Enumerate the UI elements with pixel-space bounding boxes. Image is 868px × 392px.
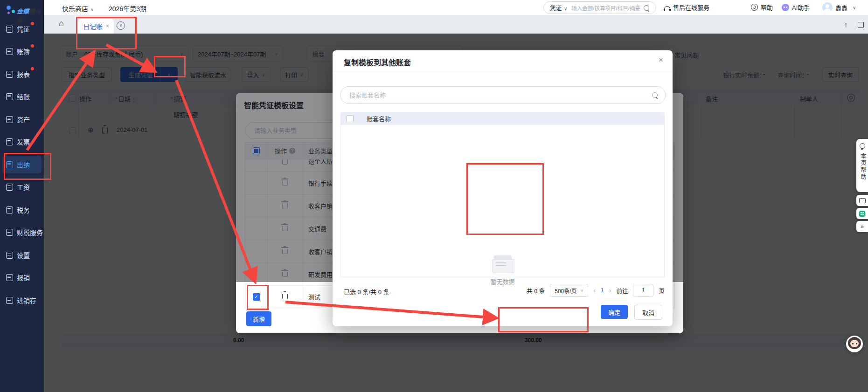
logo-dot — [7, 6, 11, 10]
assistant-avatar[interactable] — [846, 336, 863, 352]
book-search-input[interactable] — [348, 91, 665, 99]
chat-icon — [859, 198, 866, 203]
search-icon — [652, 92, 658, 98]
page-help-label[interactable]: 本页帮助 — [859, 153, 867, 181]
avatar — [822, 2, 833, 13]
search-scope-select[interactable]: 凭证∨ — [550, 3, 567, 12]
cashier-icon — [6, 161, 13, 168]
sidebar-item-ledger[interactable]: 账簿 — [0, 42, 44, 60]
scroll-top-icon[interactable]: ↑ — [844, 21, 848, 28]
company-switcher[interactable]: 快乐商店∨ — [62, 4, 94, 13]
tax-icon — [6, 206, 13, 213]
home-icon[interactable]: ⌂ — [59, 19, 64, 28]
headset-icon — [664, 6, 670, 10]
sidebar-item-report[interactable]: 报表 — [0, 65, 44, 83]
selected-count: 已选 0 条/共 0 条 — [344, 287, 389, 296]
logo-dot — [12, 10, 15, 13]
brand-name: 金蝶 — [17, 8, 29, 15]
sidebar-item-finance-tax-service[interactable]: 财税服务 — [0, 223, 44, 241]
reimburse-icon — [6, 274, 13, 281]
tab-bar: ⌂ 日记账 × ∨ ↑ — [44, 15, 868, 34]
modal-header: 复制模板到其他账套 × — [333, 50, 673, 71]
modal-title: 复制模板到其他账套 — [344, 56, 411, 68]
chevron-down-icon: ∨ — [853, 5, 856, 10]
tab-label: 日记账 — [83, 21, 103, 31]
goto-label: 前往 — [616, 286, 628, 295]
payroll-icon — [6, 184, 13, 191]
select-all-checkbox[interactable] — [347, 115, 354, 122]
ledger-icon — [6, 48, 13, 55]
confirm-button[interactable]: 确定 — [601, 305, 628, 319]
add-template-button[interactable]: 新增 — [246, 311, 271, 326]
fiscal-period: 2026年第3期 — [109, 4, 146, 13]
col-account-name: 账套名称 — [367, 114, 391, 123]
sidebar: 金蝶精斗云 凭证 账簿 报表 结账 资产 发票 出纳 工资 税务 财税服务 设置… — [0, 0, 44, 392]
sidebar-item-inventory[interactable]: 进销存 — [0, 291, 44, 309]
user-menu[interactable]: 鑫鑫∨ — [822, 2, 856, 13]
sidebar-item-settings[interactable]: 设置 — [0, 246, 44, 264]
cancel-button[interactable]: 取消 — [634, 305, 662, 320]
inventory-icon — [6, 297, 13, 304]
tab-journal[interactable]: 日记账 × — [78, 19, 114, 34]
row-checkbox[interactable]: ✓ — [253, 293, 260, 301]
copy-to-books-modal: 复制模板到其他账套 × 账套名称 暂无数据 已选 0 条/共 0 条 共 0 条… — [333, 50, 673, 326]
settings-gear-icon — [6, 252, 13, 259]
chevron-down-icon: ∨ — [581, 288, 584, 293]
books-table-body: 暂无数据 — [340, 125, 665, 277]
book-search-box[interactable] — [340, 86, 666, 104]
close-icon[interactable]: × — [106, 23, 109, 29]
chevron-down-icon: ∨ — [90, 7, 94, 12]
closing-icon — [6, 93, 13, 100]
empty-state-icon — [492, 255, 514, 273]
sidebar-item-payroll[interactable]: 工资 — [0, 178, 44, 196]
fullscreen-icon[interactable] — [858, 22, 864, 28]
sidebar-item-invoice[interactable]: 发票 — [0, 133, 44, 151]
total-count: 共 0 条 — [527, 286, 545, 295]
notification-dot — [31, 44, 34, 48]
sidebar-item-closing[interactable]: 结账 — [0, 88, 44, 105]
tab-list-dropdown-icon[interactable]: ∨ — [117, 21, 125, 30]
page-unit: 页 — [659, 286, 665, 295]
calculator-button[interactable] — [856, 208, 868, 219]
online-service-button[interactable]: 售后在线服务 — [664, 3, 709, 12]
next-page-icon[interactable]: › — [609, 287, 611, 294]
goto-page-input[interactable] — [633, 284, 653, 297]
chevron-down-icon: ∨ — [564, 6, 567, 11]
page-size-select[interactable]: 500条/页∨ — [550, 284, 588, 297]
delete-icon[interactable] — [282, 294, 288, 299]
sidebar-item-cashier[interactable]: 出纳 — [0, 156, 44, 173]
help-rail[interactable]: 本页帮助 — [856, 139, 868, 192]
close-icon[interactable]: × — [659, 55, 663, 65]
ai-assistant-button[interactable]: AI助手 — [782, 3, 810, 12]
invoice-icon — [6, 138, 13, 145]
global-search[interactable]: 凭证∨ 输入金额/核算项目/科目/摘要 — [543, 1, 656, 14]
sidebar-item-tax[interactable]: 税务 — [0, 201, 44, 219]
ai-assistant-icon — [782, 4, 789, 11]
pagination-bar: 已选 0 条/共 0 条 共 0 条 500条/页∨ ‹ 1 › 前往 页 — [333, 284, 673, 296]
app-logo: 金蝶精斗云 — [3, 4, 44, 17]
sidebar-item-reimburse[interactable]: 报销 — [0, 268, 44, 286]
global-search-placeholder: 输入金额/核算项目/科目/摘要 — [571, 4, 640, 12]
search-icon — [644, 5, 649, 11]
asset-icon — [6, 116, 13, 123]
help-button[interactable]: 帮助 — [751, 3, 773, 12]
voucher-icon — [6, 26, 13, 33]
notification-dot — [31, 22, 34, 25]
calculator-grid-icon — [859, 211, 865, 217]
bulb-icon — [860, 143, 865, 149]
finance-service-icon — [6, 229, 13, 236]
notification-dot — [31, 67, 34, 70]
divider — [303, 286, 303, 308]
top-header: 快乐商店∨ 2026年第3期 凭证∨ 输入金额/核算项目/科目/摘要 售后在线服… — [44, 0, 868, 15]
sidebar-item-voucher[interactable]: 凭证 — [0, 20, 44, 38]
sidebar-item-asset[interactable]: 资产 — [0, 110, 44, 128]
feedback-chat-button[interactable] — [856, 195, 868, 206]
help-compass-icon — [751, 4, 758, 11]
collapse-rail-button[interactable]: » — [856, 221, 868, 232]
divider — [267, 286, 268, 308]
app-window: 账户 001-库存现金(人民币) ∨ 2024年07期~2024年07期 ∨ 摘… — [0, 0, 868, 392]
report-icon — [6, 71, 13, 78]
current-page[interactable]: 1 — [601, 287, 604, 294]
prev-page-icon[interactable]: ‹ — [593, 287, 596, 294]
logo-dot — [7, 12, 10, 14]
